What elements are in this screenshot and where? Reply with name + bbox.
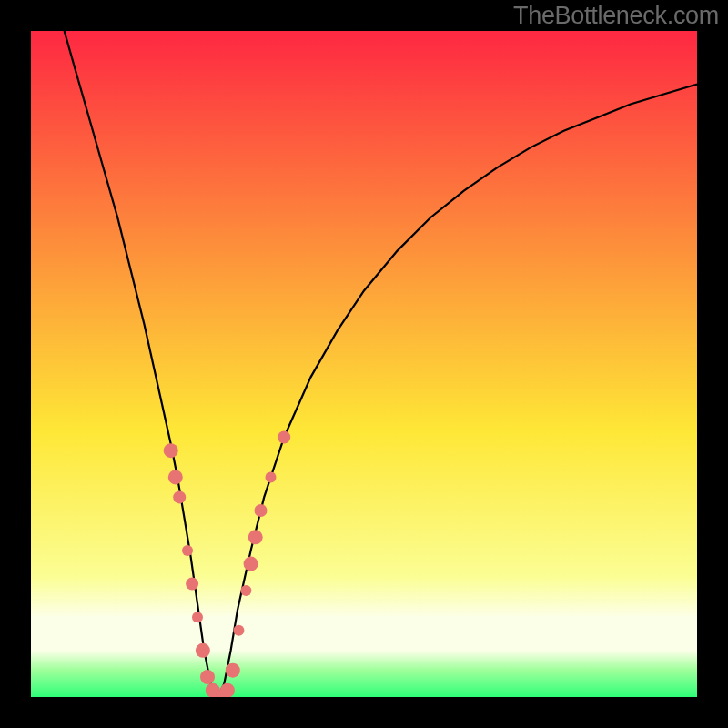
data-point [196,643,210,658]
data-point [220,683,235,697]
plot-area [31,31,697,697]
data-point [244,557,258,571]
curve-layer [31,31,697,697]
data-point [200,670,215,684]
data-point [182,545,193,556]
data-point [226,663,240,678]
data-point [240,585,251,596]
data-point [192,612,203,622]
data-point [248,530,263,544]
data-point [266,471,277,482]
data-point [186,578,198,591]
data-point [173,490,186,503]
watermark-text: TheBottleneck.com [513,2,719,30]
data-point [233,625,244,636]
data-point [164,443,178,458]
chart-frame: TheBottleneck.com [0,0,728,728]
data-point [255,504,268,517]
data-points-group [164,431,291,698]
data-point [278,431,290,444]
bottleneck-curve [65,31,697,697]
data-point [168,470,183,484]
